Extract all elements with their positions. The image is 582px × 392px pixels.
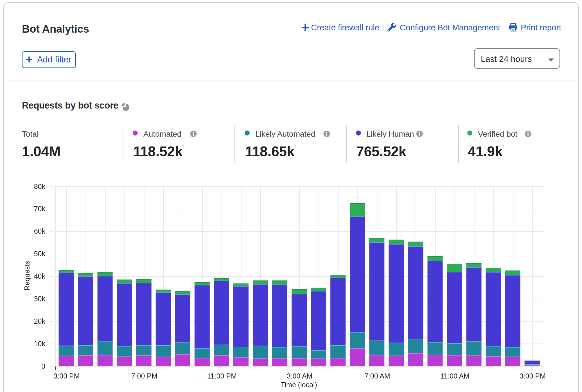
svg-text:80k: 80k: [34, 183, 46, 190]
svg-text:10k: 10k: [34, 340, 46, 348]
svg-text:0: 0: [41, 362, 45, 370]
svg-text:7:00 AM: 7:00 AM: [364, 372, 390, 380]
svg-text:Requests: Requests: [23, 261, 31, 290]
svg-text:50k: 50k: [34, 250, 46, 258]
svg-text:40k: 40k: [34, 272, 46, 280]
svg-text:30k: 30k: [34, 295, 46, 303]
svg-text:20k: 20k: [34, 317, 46, 325]
svg-text:3:00 PM: 3:00 PM: [520, 372, 546, 380]
svg-text:Time (local): Time (local): [281, 381, 317, 389]
svg-text:7:00 PM: 7:00 PM: [131, 372, 157, 380]
svg-text:3:00 PM: 3:00 PM: [53, 372, 80, 380]
svg-text:70k: 70k: [34, 205, 46, 213]
svg-text:60k: 60k: [34, 227, 46, 235]
svg-text:11:00 PM: 11:00 PM: [207, 372, 237, 380]
svg-text:3:00 AM: 3:00 AM: [287, 372, 313, 380]
svg-text:11:00 AM: 11:00 AM: [440, 372, 470, 380]
